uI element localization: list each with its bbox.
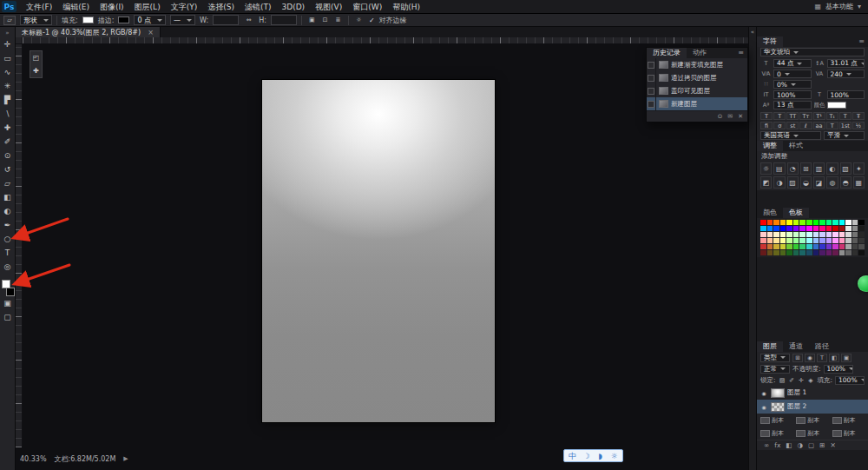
color-swatch[interactable] (839, 238, 845, 243)
tab-character[interactable]: 字符 (757, 36, 783, 47)
delete-layer-icon[interactable]: ✕ (830, 441, 835, 449)
pen-tool[interactable]: ✒ (1, 218, 15, 232)
color-swatch[interactable] (793, 232, 799, 237)
font-family-dropdown[interactable]: 华文琥珀 (760, 48, 865, 56)
magic-wand-tool[interactable]: ✳ (1, 79, 15, 93)
floating-tool-button-bottom[interactable]: ✚ (30, 64, 42, 77)
kerning-dropdown[interactable]: 0 (773, 70, 812, 78)
adjustment-preset-icon[interactable]: ▤ (773, 162, 785, 175)
color-swatch[interactable] (858, 238, 865, 243)
shape-tool[interactable]: ○ (1, 232, 15, 246)
background-color-swatch[interactable] (6, 288, 15, 296)
path-operation-button[interactable]: ≣ (332, 15, 344, 25)
color-swatch[interactable] (845, 220, 852, 225)
shape-height-field[interactable] (271, 15, 297, 25)
menu-item[interactable]: 视图(V) (310, 0, 347, 14)
menu-item[interactable]: 编辑(E) (57, 0, 95, 14)
tool-mode-dropdown[interactable]: 形状 (20, 15, 52, 25)
tab-adjustments[interactable]: 调整 (757, 141, 783, 151)
layer-filter-icon[interactable]: ◧ (829, 354, 839, 362)
layer-copy-item[interactable]: 副本 (759, 427, 794, 440)
opentype-feature-button[interactable]: T (826, 122, 838, 129)
opacity-dropdown[interactable]: 100% (824, 365, 853, 374)
text-style-button[interactable]: T (760, 112, 773, 120)
color-swatch[interactable] (799, 244, 806, 249)
foreground-color-swatch[interactable] (2, 280, 10, 288)
color-swatch[interactable] (806, 238, 812, 243)
color-swatch[interactable] (813, 250, 819, 255)
text-style-button[interactable]: T₁ (826, 112, 838, 120)
tsume-dropdown[interactable]: 0% (773, 80, 812, 89)
layer-row[interactable]: ◉图层 2 (757, 400, 868, 414)
color-swatch[interactable] (767, 232, 773, 237)
color-swatch[interactable] (819, 250, 825, 255)
ime-language-button[interactable]: 中 (566, 450, 579, 462)
stroke-width-dropdown[interactable]: 0 点 (134, 15, 166, 25)
color-swatch[interactable] (773, 232, 779, 237)
color-swatch[interactable] (773, 220, 779, 225)
color-swatch[interactable] (773, 226, 779, 231)
tracking-dropdown[interactable]: 240 (827, 70, 865, 78)
layer-visibility-icon[interactable]: ◉ (760, 390, 768, 396)
adjustment-preset-icon[interactable]: ▧ (840, 162, 852, 175)
layer-filter-icon[interactable]: ◉ (805, 354, 815, 362)
history-state-row[interactable]: 新建图层 (647, 97, 747, 110)
link-dimensions-icon[interactable]: ⇔ (243, 15, 254, 25)
history-state-row[interactable]: 盖印可见图层 (647, 84, 747, 97)
gear-icon[interactable]: ☼ (353, 15, 365, 25)
color-swatch[interactable] (819, 238, 825, 243)
color-swatch[interactable] (826, 250, 832, 255)
color-swatch[interactable] (826, 226, 832, 231)
workspace-switcher[interactable]: ▦ 基本功能 ▾ (814, 2, 868, 11)
menu-item[interactable]: 帮助(H) (387, 0, 425, 14)
ime-punctuation-button[interactable]: ◗ (594, 450, 607, 462)
color-swatch[interactable] (780, 232, 786, 237)
color-swatch[interactable] (852, 232, 858, 237)
new-layer-icon[interactable]: ⊞ (819, 441, 825, 449)
expand-panels-icon[interactable]: « (749, 27, 756, 37)
panel-menu-icon[interactable]: ≡ (855, 36, 868, 47)
gradient-tool[interactable]: ◧ (1, 190, 15, 204)
quick-mask-button[interactable]: ▣ (1, 296, 15, 310)
color-swatch[interactable] (760, 238, 766, 243)
color-swatch[interactable] (845, 244, 852, 249)
color-swatch[interactable] (793, 238, 799, 243)
eyedropper-tool[interactable]: ∖ (1, 107, 15, 121)
history-state-row[interactable]: 新建渐变填充图层 (647, 58, 747, 71)
current-tool-icon[interactable]: ▱ (3, 16, 16, 25)
color-swatch[interactable] (806, 244, 812, 249)
opentype-feature-button[interactable]: ℓ (799, 122, 812, 129)
color-swatch[interactable] (839, 250, 845, 255)
color-swatch[interactable] (845, 238, 852, 243)
new-group-icon[interactable]: ▢ (808, 441, 814, 449)
zoom-tool[interactable]: ◎ (1, 260, 15, 274)
menu-item[interactable]: 窗口(W) (347, 0, 387, 14)
color-swatch[interactable] (832, 244, 838, 249)
adjustment-preset-icon[interactable]: ◪ (813, 176, 825, 189)
tab-channels[interactable]: 通道 (783, 341, 809, 352)
layer-copy-item[interactable]: 副本 (794, 414, 830, 427)
menu-item[interactable]: 图层(L) (129, 0, 166, 14)
text-color-swatch[interactable] (827, 102, 846, 109)
color-swatch[interactable] (786, 232, 792, 237)
lock-button[interactable]: ✛ (798, 377, 806, 384)
color-swatch[interactable] (786, 226, 792, 231)
menu-item[interactable]: 图像(I) (95, 0, 129, 14)
color-swatch[interactable] (760, 226, 766, 231)
layer-copy-item[interactable]: 副本 (831, 427, 866, 440)
type-tool[interactable]: T (1, 246, 15, 260)
brush-tool[interactable]: ✐ (1, 135, 15, 149)
color-swatch[interactable] (813, 226, 819, 231)
color-swatch[interactable] (819, 232, 825, 237)
text-style-button[interactable]: Ŧ (852, 112, 865, 120)
tab-swatches[interactable]: 色板 (783, 208, 809, 218)
menu-item[interactable]: 文字(Y) (166, 0, 203, 14)
shape-width-field[interactable] (213, 15, 239, 25)
color-swatch[interactable] (852, 244, 858, 249)
color-swatch[interactable] (826, 244, 832, 249)
lock-button[interactable]: ✐ (788, 377, 796, 384)
color-swatch[interactable] (832, 238, 838, 243)
menu-item[interactable]: 3D(D) (276, 0, 310, 14)
color-swatch[interactable] (858, 226, 865, 231)
color-swatch[interactable] (786, 220, 792, 225)
